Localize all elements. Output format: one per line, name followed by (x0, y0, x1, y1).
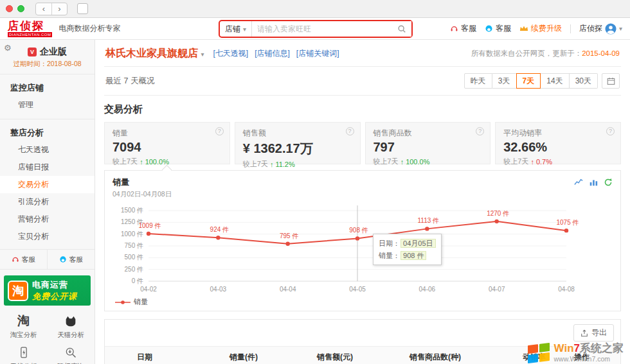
version-block: V 企业版 过期时间：2018-08-08 (0, 40, 94, 69)
chart-title: 销量 (113, 177, 129, 188)
svg-text:500 件: 500 件 (125, 254, 143, 261)
svg-text:1113 件: 1113 件 (418, 217, 440, 224)
service-tab-label: 客服 (69, 255, 84, 264)
sidebar-item-transaction-analysis[interactable]: 交易分析 (0, 176, 94, 193)
logo-text: 店侦探 (8, 21, 52, 31)
col-sales: 销量(件) (223, 347, 310, 364)
window-close-button[interactable] (6, 5, 13, 12)
sidebar-item-shop-daily[interactable]: 店铺日报 (0, 159, 94, 176)
sidebar-item-manage[interactable]: 管理 (0, 96, 94, 114)
sidebar-item-marketing-analysis[interactable]: 营销分析 (0, 211, 94, 228)
tool-demotion-query[interactable]: 降权查询 (48, 345, 95, 364)
range-3day[interactable]: 3天 (492, 73, 517, 89)
stat-compare: 较上7天 ↑ 11.2% (243, 159, 352, 169)
svg-text:908 件: 908 件 (349, 227, 368, 234)
calendar-button[interactable] (602, 73, 620, 89)
ad-line1: 电商运营 (32, 279, 77, 291)
svg-text:04-07: 04-07 (489, 286, 505, 293)
shop-header-row: 林氏木业家具旗舰店 ▾ [七天透视] [店铺信息] [店铺关键词] 所有数据来自… (104, 40, 621, 67)
range-7day[interactable]: 7天 (516, 73, 541, 89)
tool-taobao-analysis[interactable]: 淘 淘宝分析 (0, 313, 48, 340)
chart-tooltip: 日期：04月05日 销量：908 件 (373, 234, 441, 265)
account-menu[interactable]: 店侦探 ▾ (579, 23, 622, 35)
stat-card-sales-volume[interactable]: 销量 ? 7094 较上7天 ↑ 100.0% (104, 122, 230, 164)
chevron-down-icon: ▾ (619, 25, 622, 32)
svg-text:04-02: 04-02 (140, 286, 157, 293)
link-7day-perspective[interactable]: [七天透视] (213, 48, 248, 59)
service-tabs: 客服 客服 (0, 249, 94, 270)
line-chart-icon[interactable] (574, 178, 583, 187)
up-arrow-icon: ↑ (401, 158, 404, 166)
sidebar-item-product-analysis[interactable]: 宝贝分析 (0, 228, 94, 245)
divider (0, 119, 94, 119)
customer-service-link-1[interactable]: 客服 (450, 23, 476, 34)
app-header: 店侦探 DIANZHENTAN.COM 电商数据分析专家 店铺 ▾ 客服 客服 … (0, 18, 630, 40)
customer-service-link-2[interactable]: 客服 (485, 23, 511, 34)
sales-line-chart: 0 件250 件500 件750 件1000 件1250 件1500 件1009… (113, 199, 595, 295)
refresh-icon[interactable] (604, 178, 613, 187)
stat-label: 销量 (113, 128, 128, 137)
renew-upgrade-link[interactable]: 续费升级 (519, 23, 562, 34)
logo[interactable]: 店侦探 DIANZHENTAN.COM (8, 21, 52, 37)
demotion-search-icon (64, 345, 77, 360)
forward-button[interactable]: › (51, 3, 67, 15)
stat-card-sell-through-rate[interactable]: 平均动销率 ? 32.66% 较上7天 ↑ 0.7% (495, 122, 621, 164)
sidebar-item-traffic-analysis[interactable]: 引流分析 (0, 193, 94, 211)
tmall-cat-icon (64, 313, 78, 329)
sidebar-item-7day-perspective[interactable]: 七天透视 (0, 141, 94, 159)
help-icon[interactable]: ? (346, 127, 354, 135)
divider (0, 74, 94, 74)
tool-tmall-analysis[interactable]: 天猫分析 (48, 313, 95, 340)
shop-name-dropdown[interactable]: 林氏木业家具旗舰店 ▾ (105, 47, 204, 60)
svg-text:04-03: 04-03 (210, 286, 227, 293)
svg-text:1009 件: 1009 件 (138, 222, 161, 229)
col-products: 销售商品数(种) (403, 347, 516, 364)
tagline: 电商数据分析专家 (59, 23, 120, 34)
stat-label: 销售额 (243, 128, 266, 137)
stat-value: ¥ 1362.17万 (243, 140, 352, 157)
legend-label: 销量 (134, 297, 148, 307)
bar-chart-icon[interactable] (589, 178, 598, 187)
header-right: 客服 客服 续费升级 店侦探 ▾ (450, 23, 622, 35)
col-amount: 销售额(元) (310, 347, 403, 364)
calendar-icon (607, 77, 615, 85)
sidebar-item-monitor-shops[interactable]: 监控店铺 (0, 80, 94, 96)
tool-wireless-analysis[interactable]: 无线分析 (0, 345, 48, 364)
stat-cards: 销量 ? 7094 较上7天 ↑ 100.0% 销售额 ? ¥ 1362.17万… (104, 122, 621, 164)
mobile-icon (17, 345, 30, 360)
range-yesterday[interactable]: 昨天 (464, 73, 492, 89)
help-icon[interactable]: ? (215, 127, 224, 135)
stat-card-sales-amount[interactable]: 销售额 ? ¥ 1362.17万 较上7天 ↑ 11.2% (235, 122, 361, 164)
search-input[interactable] (252, 24, 392, 33)
service-tab-qq[interactable]: 客服 (47, 250, 94, 269)
link-shop-keywords[interactable]: [店铺关键词] (296, 48, 339, 59)
svg-text:750 件: 750 件 (125, 242, 143, 249)
stat-card-product-count[interactable]: 销售商品数 ? 797 较上7天 ↑ 100.0% (365, 122, 491, 164)
section-title-transaction-analysis: 交易分析 (104, 103, 621, 116)
service-tab-phone[interactable]: 客服 (0, 250, 47, 269)
headset-icon (12, 256, 19, 263)
stat-compare: 较上7天 ↑ 0.7% (503, 157, 613, 166)
up-arrow-icon: ↑ (270, 160, 274, 168)
svg-text:1000 件: 1000 件 (121, 230, 143, 238)
search-button[interactable] (392, 21, 411, 37)
range-14day[interactable]: 14天 (541, 73, 569, 89)
new-tab-icon[interactable] (77, 3, 88, 14)
search-category-dropdown[interactable]: 店铺 ▾ (220, 21, 252, 37)
watermark: Win7系统之家 www.Winwin7.com (528, 343, 624, 363)
svg-text:04-06: 04-06 (419, 286, 436, 293)
gear-icon[interactable]: ⚙ (4, 43, 12, 53)
window-maximize-button[interactable] (17, 5, 24, 12)
link-shop-info[interactable]: [店铺信息] (255, 48, 290, 59)
help-icon[interactable]: ? (606, 127, 615, 135)
tooltip-value: 908 件 (401, 251, 426, 260)
back-button[interactable]: ‹ (36, 3, 51, 15)
svg-text:1500 件: 1500 件 (121, 207, 143, 214)
up-arrow-icon: ↑ (530, 158, 534, 166)
range-30day[interactable]: 30天 (570, 73, 598, 89)
chart-legend: 销量 (113, 297, 613, 309)
export-button[interactable]: 导出 (573, 324, 614, 342)
help-icon[interactable]: ? (476, 127, 484, 135)
sidebar: ⚙ V 企业版 过期时间：2018-08-08 监控店铺 管理 整店分析 七天透… (0, 40, 95, 364)
taobao-course-ad[interactable]: 淘 电商运营 免费公开课 (4, 275, 91, 306)
